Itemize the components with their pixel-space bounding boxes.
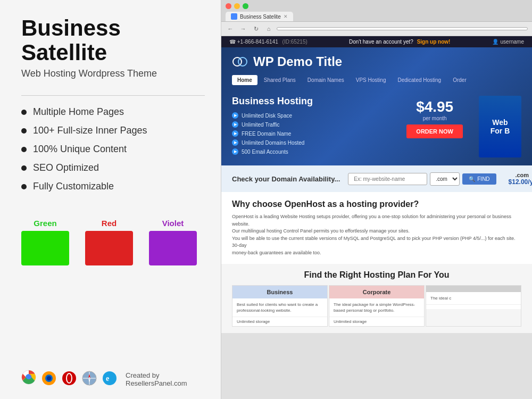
hosting-section: Business Hosting ▶ Unlimited Disk Space … <box>232 92 521 165</box>
forward-button[interactable]: → <box>238 24 248 34</box>
site-logo: WP Demo Title <box>232 54 521 70</box>
swatch-green <box>21 231 69 265</box>
color-item-violet: Violet <box>149 219 197 265</box>
address-bar[interactable] <box>277 27 528 30</box>
nav-item-vps[interactable]: VPS Hosting <box>351 75 392 85</box>
user-icon: 👤 <box>492 39 498 45</box>
bullet-icon <box>21 184 27 189</box>
no-account-text: Don't have an account yet? <box>349 39 413 45</box>
divider <box>21 95 205 96</box>
topbar-phone-section: ☎ +1-866-841-6141 (ID:65215) <box>229 39 307 45</box>
feature-text: Unlimited Disk Space <box>242 113 292 119</box>
hosting-price: $4.95 per month ORDER NOW <box>398 96 471 157</box>
feature-icon: ▶ <box>232 139 238 146</box>
close-dot[interactable] <box>226 3 231 9</box>
tab-close-button[interactable]: ✕ <box>284 14 288 19</box>
feature-icon: ▶ <box>232 121 238 128</box>
sub-title: Web Hosting Wordpress Theme <box>21 68 205 79</box>
domain-section: Check your Domain Availability... .com 🔍… <box>221 165 532 192</box>
nav-item-home[interactable]: Home <box>232 75 257 85</box>
list-item: SEO Optimized <box>21 162 205 173</box>
feature-text: Unlimited Domains Hosted <box>242 140 304 146</box>
color-label-violet: Violet <box>162 219 184 228</box>
order-now-button[interactable]: ORDER NOW <box>406 124 463 138</box>
swatch-red <box>85 231 133 265</box>
tld-name-com: .com <box>509 172 532 178</box>
feature-item: ▶ 500 Email Accounts <box>232 148 390 155</box>
price-amount: $4.95 <box>406 98 463 115</box>
plan-feature-business: Unlimited storage <box>232 317 327 326</box>
browser-chrome: Business Satelite ✕ <box>221 0 532 22</box>
nav-item-shared[interactable]: Shared Plans <box>259 75 301 85</box>
nav-item-order[interactable]: Order <box>447 75 472 85</box>
browser-icons-row: e Created by ResellersPanel.com <box>21 370 205 388</box>
plan-col-corporate: Corporate The ideal package for a simple… <box>329 285 425 327</box>
feature-text: Unlimited Traffic <box>242 122 280 128</box>
svg-point-13 <box>103 371 117 385</box>
feature-icon: ▶ <box>232 112 238 119</box>
hosting-title: Business Hosting <box>232 96 390 107</box>
plan-feature-other <box>426 304 521 309</box>
safari-icon <box>82 371 97 388</box>
chrome-icon <box>21 370 36 388</box>
why-text: OpenHost is a leading Website Hosting se… <box>232 213 521 256</box>
tld-com: .com $12.00/yr <box>504 172 532 186</box>
feature-text: SEO Optimized <box>33 162 99 173</box>
plan-header-other <box>426 286 521 292</box>
left-panel: Business Satellite Web Hosting Wordpress… <box>0 0 221 399</box>
hero-right-image: WebFor B <box>479 96 521 157</box>
color-item-red: Red <box>85 219 133 265</box>
list-item: Fully Customizable <box>21 181 205 192</box>
plan-header-corporate: Corporate <box>329 286 424 298</box>
hosting-features: ▶ Unlimited Disk Space ▶ Unlimited Traff… <box>232 112 390 155</box>
website-content: ☎ +1-866-841-6141 (ID:65215) Don't have … <box>221 36 532 399</box>
svg-text:e: e <box>106 375 109 383</box>
home-button[interactable]: ⌂ <box>264 24 273 34</box>
domain-section-title: Check your Domain Availability... <box>232 175 340 183</box>
right-panel: Business Satelite ✕ ← → ↻ ⌂ ☎ +1-866-841… <box>221 0 532 399</box>
svg-point-2 <box>27 375 31 379</box>
feature-text: Multiple Home Pages <box>33 106 124 118</box>
domain-ext-select[interactable]: .com <box>430 172 460 186</box>
color-label-green: Green <box>34 219 56 228</box>
signup-link[interactable]: Sign up now! <box>417 39 451 45</box>
browser-tab-bar: Business Satelite ✕ <box>226 12 528 21</box>
swatch-violet <box>149 231 197 265</box>
feature-item: ▶ Unlimited Domains Hosted <box>232 139 390 146</box>
feature-list: Multiple Home Pages 100+ Full-size Inner… <box>21 106 205 200</box>
created-by: Created by ResellersPanel.com <box>126 371 205 387</box>
nav-item-dedicated[interactable]: Dedicated Hosting <box>392 75 446 85</box>
plan-col-business: Business Best suited for clients who wan… <box>232 285 328 327</box>
bullet-icon <box>21 165 27 171</box>
site-topbar: ☎ +1-866-841-6141 (ID:65215) Don't have … <box>221 36 532 47</box>
feature-text: 500 Email Accounts <box>242 149 288 155</box>
why-section: Why choose OpenHost as a hosting provide… <box>221 192 532 264</box>
refresh-button[interactable]: ↻ <box>251 24 261 34</box>
color-label-red: Red <box>102 219 117 228</box>
topbar-id: (ID:65215) <box>282 39 307 45</box>
feature-item: ▶ Unlimited Disk Space <box>232 112 390 119</box>
browser-dots <box>226 3 528 9</box>
opera-icon <box>62 371 77 388</box>
list-item: Multiple Home Pages <box>21 106 205 118</box>
find-domain-button[interactable]: 🔍 FIND <box>462 173 496 185</box>
nav-item-domains[interactable]: Domain Names <box>302 75 350 85</box>
browser-tab[interactable]: Business Satelite ✕ <box>226 12 293 21</box>
feature-text: Fully Customizable <box>33 181 114 192</box>
feature-icon: ▶ <box>232 130 238 137</box>
plan-header-business: Business <box>232 286 327 298</box>
domain-search-input[interactable] <box>348 173 427 185</box>
feature-text: 100% Unique Content <box>33 144 127 155</box>
domain-input-row: .com 🔍 FIND <box>348 172 496 186</box>
feature-item: ▶ Unlimited Traffic <box>232 121 390 128</box>
back-button[interactable]: ← <box>226 24 235 34</box>
minimize-dot[interactable] <box>234 3 240 9</box>
price-period: per month <box>406 115 463 121</box>
maximize-dot[interactable] <box>243 3 248 9</box>
list-item: 100+ Full-size Inner Pages <box>21 125 205 136</box>
phone-number: ☎ +1-866-841-6141 <box>229 39 278 45</box>
feature-text: FREE Domain Name <box>242 131 291 137</box>
feature-text: 100+ Full-size Inner Pages <box>33 125 147 136</box>
tab-favicon <box>231 13 237 20</box>
plan-desc-other: The ideal c <box>426 292 521 304</box>
